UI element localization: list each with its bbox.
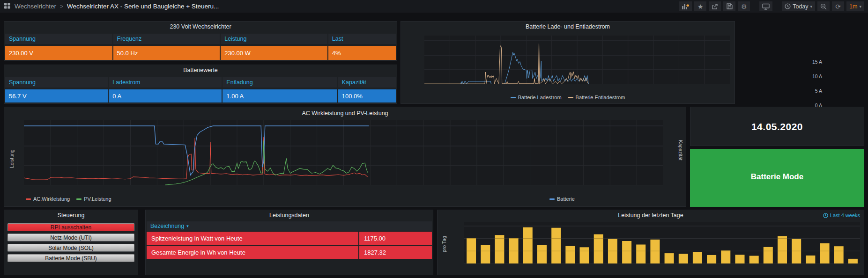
panel-230v-wechselrichter: 230 Volt Wechselrichter SpannungFrequenz… (4, 21, 397, 61)
row-name: Gesamte Energie in Wh von Heute (147, 246, 358, 259)
save-button[interactable] (723, 1, 735, 11)
y-tick: 15 A (811, 59, 822, 65)
battery-current-svg (424, 36, 730, 84)
zoom-out-icon (820, 3, 827, 10)
row-value: 1827.32 (359, 246, 432, 259)
panel-title[interactable]: Steuerung (4, 212, 138, 219)
control-button-rpi-ausschalten[interactable]: RPI ausschalten (7, 223, 134, 231)
breadcrumb-folder[interactable]: Wechselrichter (15, 3, 56, 10)
refresh-icon: ⟳ (835, 3, 841, 10)
panel-batterie-strom-chart: Batterie Lade- und Entladestrom 15 A10 A… (401, 21, 735, 104)
bar-5/6 (735, 255, 745, 263)
bars-plot[interactable] (464, 222, 860, 263)
chevron-down-icon: ▾ (810, 4, 813, 9)
gear-icon: ⚙ (741, 3, 747, 10)
bar-4/22 (537, 245, 547, 263)
control-button-batterie-mode-sbu-[interactable]: Batterie Mode (SBU) (7, 254, 134, 262)
legend-swatch (26, 198, 31, 200)
panel-batterie-mode: Batterie Mode (690, 149, 864, 207)
battery-current-plot[interactable] (424, 36, 730, 84)
stat-value-row: 56.7 V0 A1.00 A100.0% (5, 89, 396, 102)
stat-header-row: SpannungFrequenzLeistungLast (5, 34, 396, 44)
refresh-button[interactable]: ⟳ (832, 1, 844, 11)
panel-date: 14.05.2020 (690, 107, 864, 146)
bar-5/1 (665, 253, 674, 263)
tv-mode-button[interactable] (759, 1, 772, 11)
panel-ac-pv-chart: AC Wirkleistung und PV-Leistung Leistung… (4, 107, 686, 207)
column-header: Ladestrom (109, 77, 222, 88)
bar-4/24 (565, 246, 575, 263)
panel-batteriewerte: Batteriewerte SpannungLadestromEntladung… (4, 65, 397, 104)
chevron-down-icon: ▾ (859, 4, 861, 9)
legend-pv-leistung[interactable]: PV.Leistung (76, 196, 111, 202)
stat-value: 56.7 V (5, 89, 108, 102)
add-panel-button[interactable] (679, 1, 692, 11)
bar-4/29 (636, 245, 645, 264)
bar-5/2 (679, 254, 688, 263)
column-header: Kapazität (338, 77, 396, 88)
bar-5/14 (848, 259, 858, 263)
bar-4/25 (580, 247, 589, 263)
chart-legend-right: Batterie (549, 196, 575, 202)
panel-title[interactable]: Batteriewerte (4, 67, 397, 73)
legend-Batterie.Entladestrom[interactable]: Batterie.Entladestrom (568, 95, 625, 100)
favorite-button[interactable]: ★ (694, 1, 706, 11)
sort-desc-icon: ▾ (186, 224, 189, 228)
column-header: Spannung (5, 34, 112, 44)
daily-bars-svg (464, 222, 860, 263)
bar-5/12 (820, 243, 830, 263)
panel-title[interactable]: AC Wirkleistung und PV-Leistung (4, 110, 686, 117)
save-icon (727, 3, 733, 9)
bar-5/8 (764, 247, 773, 263)
dashboards-grid-icon[interactable] (4, 2, 11, 11)
stat-header-row: SpannungLadestromEntladungKapazität (5, 77, 396, 88)
chart-legend: AC.WirkleistungPV.Leistung (26, 196, 111, 202)
stat-value: 0 A (109, 89, 222, 102)
panel-title[interactable]: Leistungsdaten (146, 212, 433, 219)
table-row: Gesamte Energie in Wh von Heute1827.32 (147, 246, 432, 259)
control-button-solar-mode-sol-[interactable]: Solar Mode (SOL) (7, 244, 134, 252)
panel-title[interactable]: Batterie Lade- und Entladestrom (401, 23, 734, 30)
panel-title[interactable]: 230 Volt Wechselrichter (4, 23, 397, 30)
stat-value: 230.00 W (221, 46, 327, 60)
table-sort-header[interactable]: Bezeichnung ▾ (147, 221, 432, 231)
y-axis-label-right: Kapazität (678, 140, 683, 161)
bar-4/21 (523, 227, 533, 263)
column-header: Bezeichnung (150, 223, 184, 229)
time-range-link[interactable]: Last 4 weeks (823, 212, 860, 218)
zoom-out-button[interactable] (817, 1, 830, 11)
legend-Batterie.Ladestrom[interactable]: Batterie.Ladestrom (511, 95, 562, 100)
share-button[interactable] (709, 1, 721, 11)
stat-value: 230.00 V (5, 46, 112, 60)
add-panel-icon (682, 3, 689, 10)
legend-batterie[interactable]: Batterie (549, 196, 575, 202)
control-button-netz-mode-uti-[interactable]: Netz Mode (UTI) (7, 234, 134, 241)
settings-button[interactable]: ⚙ (738, 1, 750, 11)
top-navbar: Wechselrichter > Wechselrichter AX - Ser… (0, 0, 868, 13)
mode-label: Batterie Mode (690, 172, 864, 182)
legend-swatch (76, 198, 82, 200)
legend-swatch (568, 97, 573, 98)
bar-4/19 (495, 235, 504, 263)
legend-ac-wirkleistung[interactable]: AC.Wirkleistung (26, 196, 70, 202)
y-tick: 10 A (811, 73, 822, 79)
refresh-interval-picker[interactable]: 1m ▾ (846, 1, 864, 11)
legend-label: Batterie.Entladestrom (576, 95, 625, 100)
legend-label: Batterie (557, 196, 575, 202)
ac-pv-plot[interactable] (24, 120, 663, 185)
time-range-picker[interactable]: Today ▾ (782, 1, 815, 11)
ac-pv-svg (24, 120, 663, 185)
legend-swatch (511, 97, 516, 98)
table-row: Spitzenleistung in Watt von Heute1175.00 (147, 232, 432, 245)
time-range-link-label: Last 4 weeks (830, 212, 860, 218)
bar-5/5 (721, 250, 730, 263)
panel-title[interactable]: Leistung der letzten Tage (438, 212, 864, 219)
bar-5/4 (707, 255, 716, 263)
panel-leistungsdaten: Leistungsdaten Bezeichnung ▾ Spitzenleis… (145, 210, 433, 275)
breadcrumb-dashboard-title[interactable]: Wechselrichter AX - Serie und Baugleiche… (67, 3, 219, 10)
column-header: Frequenz (113, 34, 220, 44)
row-name: Spitzenleistung in Watt von Heute (147, 232, 358, 245)
bar-5/9 (778, 236, 787, 263)
y-tick: 5 A (811, 88, 822, 94)
bar-4/17 (467, 238, 476, 263)
